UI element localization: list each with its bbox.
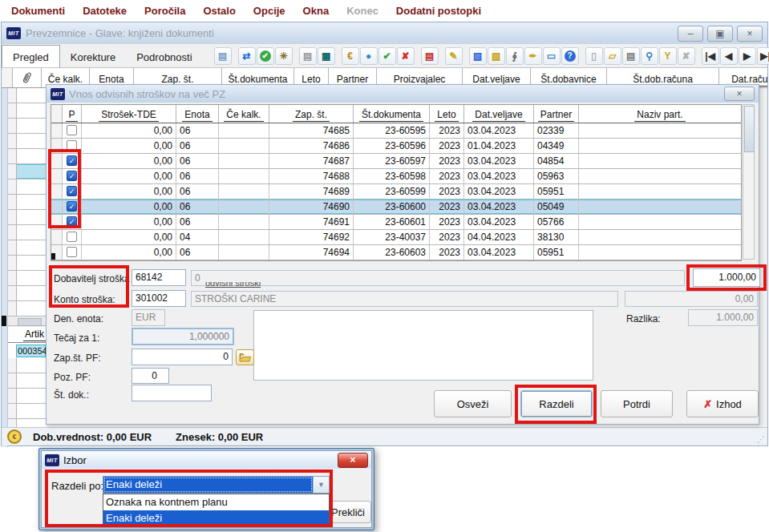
cost-table-scrollbar[interactable]	[743, 104, 755, 260]
signature-pen-icon[interactable]: ✒	[524, 47, 542, 65]
attachment-icon[interactable]: ∮	[506, 47, 524, 65]
main-grid-row[interactable]	[8, 286, 47, 301]
zap-pf-input[interactable]: 0	[132, 349, 233, 365]
apply-check-icon[interactable]: ✔	[378, 47, 396, 65]
scrollbar-thumb[interactable]	[744, 106, 755, 152]
main-grid-row[interactable]	[8, 225, 47, 240]
main-grid-row[interactable]	[8, 149, 47, 164]
cost-close-button[interactable]: ×	[724, 87, 755, 101]
row-checkbox[interactable]: ✓	[67, 155, 77, 166]
cancel-x-icon[interactable]: ✘	[397, 47, 415, 65]
help-icon[interactable]: ?	[561, 47, 579, 65]
euro-coin-icon[interactable]: €	[342, 47, 359, 65]
main-grid-row[interactable]	[8, 256, 47, 271]
main-grid-row[interactable]	[8, 103, 47, 119]
main-grid-row[interactable]	[8, 271, 47, 286]
main-grid-row[interactable]	[8, 164, 47, 179]
resize-grip[interactable]: ⋰	[757, 435, 765, 444]
row-checkbox[interactable]	[67, 247, 77, 257]
row-checkbox[interactable]	[67, 232, 77, 242]
cost-table-row[interactable]: ✓0,00067469023-60600202303.04.202305049	[51, 200, 741, 215]
poz-pf-input[interactable]: 0	[132, 368, 169, 384]
main-horizontal-scrollbar[interactable]	[8, 316, 47, 326]
cost-table-row[interactable]: 0,00047469223-40037202304.04.202338130	[51, 230, 741, 245]
dobavitelj-code-input[interactable]: 68142	[132, 269, 186, 286]
cost-table-row[interactable]: ✓0,00067468723-60597202303.04.202304854	[51, 154, 741, 169]
clear-filter-icon[interactable]: ✘	[678, 47, 695, 65]
column-št-dokumenta[interactable]: Št.dokumenta	[354, 105, 430, 123]
print-icon[interactable]: ▤	[622, 47, 640, 65]
cost-table-row[interactable]: 0,00067469423-60603202303.04.202305951	[51, 245, 741, 260]
cost-table-row[interactable]: ✓0,00067468923-60599202303.04.202305951	[51, 184, 741, 200]
cost-table-row[interactable]: ✓0,00067469123-60601202303.04.202305766	[51, 215, 741, 230]
minimize-button[interactable]: –	[678, 26, 703, 42]
column-partner[interactable]: Partner	[534, 105, 579, 123]
scrollbar-thumb[interactable]	[18, 318, 42, 326]
filter-icon[interactable]: Y	[659, 47, 677, 65]
tab-pregled[interactable]: Pregled	[2, 45, 60, 67]
search-icon[interactable]: ⚲	[641, 47, 658, 65]
document-gray-icon[interactable]: ▯	[585, 47, 603, 65]
combobox-dropdown-button[interactable]: ▼	[313, 477, 329, 493]
menu-item-dokumenti[interactable]: Dokumenti	[2, 5, 74, 17]
menu-item-opcije[interactable]: Opcije	[245, 5, 294, 17]
next-record-icon[interactable]: ▶	[739, 47, 756, 65]
presentation-icon[interactable]: ▭	[543, 47, 561, 65]
note-icon[interactable]: ▤	[299, 47, 317, 65]
row-checkbox[interactable]: ✓	[67, 186, 77, 196]
column-leto[interactable]: Leto	[430, 105, 464, 123]
last-record-icon[interactable]: ▶|	[757, 47, 769, 65]
globe-icon[interactable]: ●	[360, 47, 378, 65]
main-grid-row[interactable]	[8, 119, 47, 134]
row-checkbox[interactable]: ✓	[67, 201, 77, 212]
column-enota[interactable]: Enota	[176, 105, 219, 123]
izhod-button[interactable]: ✗Izhod	[686, 390, 759, 417]
row-checkbox[interactable]	[67, 140, 77, 151]
detail-selected-cell[interactable]: 000354	[16, 345, 46, 357]
menu-item-poročila[interactable]: Poročila	[136, 5, 194, 17]
open-folder-icon[interactable]: ▱	[604, 47, 621, 65]
row-checkbox[interactable]: ✓	[67, 171, 77, 181]
razdeli-po-combobox[interactable]: Enaki deleži ▼	[103, 476, 330, 494]
folders-tree-icon[interactable]: ▧	[488, 47, 505, 65]
menu-item-konec[interactable]: Konec	[338, 5, 387, 17]
detail-column-artikel[interactable]: Artik	[8, 327, 47, 343]
pdf-icon[interactable]: ▤	[421, 47, 439, 65]
option-oznaka-na-kontnem-planu[interactable]: Oznaka na kontnem planu	[103, 494, 329, 510]
detail-grid-row[interactable]	[8, 389, 47, 404]
menu-item-ostalo[interactable]: Ostalo	[194, 5, 244, 17]
cost-table-row[interactable]: 0,00067468623-60596202301.04.202304349	[51, 139, 741, 154]
calculator-icon[interactable]: ▦	[318, 47, 335, 65]
new-document-icon[interactable]: ▤	[214, 47, 232, 65]
refresh-icon[interactable]: ⇄	[238, 47, 256, 65]
wand-icon[interactable]: ✳	[275, 47, 293, 65]
tab-podrobnosti[interactable]: Podrobnosti	[126, 46, 202, 67]
option-enaki-deleži[interactable]: Enaki deleži	[103, 510, 329, 526]
detail-grid-row[interactable]	[8, 373, 47, 389]
st-dok-input[interactable]	[132, 385, 212, 401]
tab-korekture[interactable]: Korekture	[60, 46, 126, 67]
column-strošek-tde[interactable]: Strošek-TDE	[82, 105, 176, 123]
main-grid-row[interactable]	[8, 210, 47, 225]
main-grid-row[interactable]	[8, 301, 47, 316]
detail-grid-row[interactable]	[8, 358, 47, 373]
razdeli-button[interactable]: Razdeli	[520, 390, 593, 417]
main-grid-row[interactable]	[8, 88, 47, 103]
main-grid-row[interactable]	[8, 134, 47, 149]
prev-record-icon[interactable]: ◀	[720, 47, 738, 65]
menu-item-dodatni-postopki[interactable]: Dodatni postopki	[387, 5, 490, 17]
column-p[interactable]: P	[63, 105, 82, 123]
cost-table-row[interactable]: 0,00067468523-60595202303.04.202302339	[51, 123, 741, 139]
cost-table-row[interactable]: ✓0,00067468823-60598202303.04.202305963	[51, 169, 741, 184]
edit-pencil-icon[interactable]: ✎	[445, 47, 463, 65]
izbor-close-button[interactable]: ×	[338, 453, 368, 468]
column-dat-veljave[interactable]: Dat.veljave	[464, 105, 534, 123]
column-naziv-part[interactable]: Naziv part.	[579, 105, 741, 123]
restore-button[interactable]: ▣	[707, 26, 733, 42]
first-record-icon[interactable]: |◀	[702, 47, 719, 65]
konto-code-input[interactable]: 301002	[132, 290, 186, 307]
main-grid-row[interactable]	[8, 195, 47, 210]
detail-row-selected[interactable]: 000354	[8, 343, 47, 358]
main-grid-row[interactable]	[8, 179, 47, 195]
confirm-circle-icon[interactable]: ✔	[257, 47, 274, 65]
